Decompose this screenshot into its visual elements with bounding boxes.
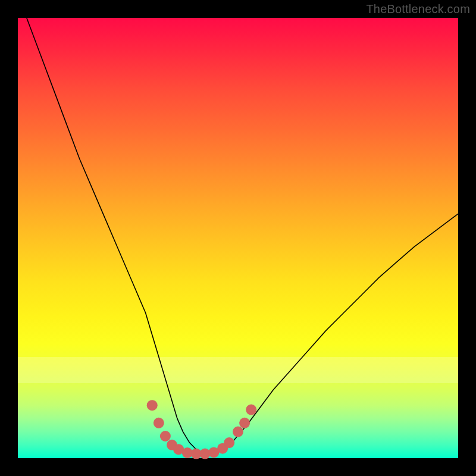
curve-marker	[224, 437, 234, 448]
curve-marker	[147, 400, 158, 411]
curve-marker	[160, 431, 171, 441]
curve-markers	[147, 400, 257, 459]
curve-marker	[239, 418, 250, 428]
curve-marker	[154, 418, 164, 428]
curve-marker	[233, 427, 243, 437]
bottleneck-curve-svg	[18, 18, 458, 458]
chart-frame: TheBottleneck.com	[0, 0, 476, 476]
bottleneck-curve-line	[27, 18, 458, 454]
plot-area	[18, 18, 458, 458]
curve-marker	[246, 405, 256, 415]
watermark-text: TheBottleneck.com	[366, 2, 470, 16]
